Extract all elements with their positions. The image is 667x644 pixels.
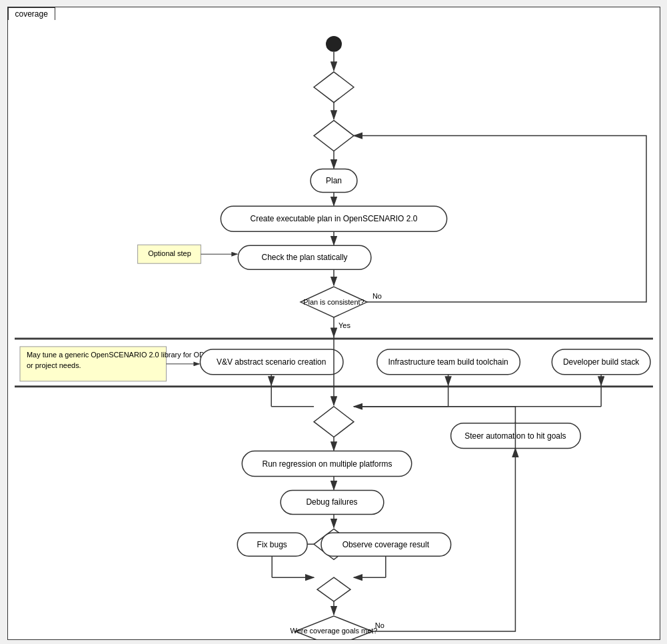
coverage-goals-label: Were coverage goals met? [290, 627, 377, 635]
diamond-top [314, 72, 354, 103]
diagram-container: coverage Plan Create executable plan in … [7, 7, 660, 640]
may-tune-text1: May tune a generic OpenSCENARIO 2.0 libr… [26, 351, 209, 359]
no-label-plan: No [372, 292, 381, 300]
check-plan-label: Check the plan statically [261, 253, 347, 262]
yes-label-plan: Yes [338, 321, 350, 329]
initial-state [326, 36, 342, 52]
infra-team-label: Infrastructure team build toolchain [388, 357, 508, 367]
plan-label: Plan [326, 176, 342, 185]
observe-coverage-label: Observe coverage result [342, 540, 429, 549]
plan-consistent-label: Plan is consistent? [303, 298, 364, 306]
no-coverage-goals: No [374, 621, 384, 629]
dev-build-label: Developer build stack [562, 357, 638, 367]
run-regression-label: Run regression on multiple platforms [262, 459, 392, 469]
optional-step-label: Optional step [148, 249, 191, 257]
create-plan-label: Create executable plan in OpenSCENARIO 2… [250, 214, 417, 223]
merge-diamond [317, 577, 350, 601]
fix-bugs-label: Fix bugs [257, 540, 287, 549]
diamond-second [314, 121, 354, 151]
diamond-after-swimlane [314, 407, 354, 437]
vv-abstract-label: V&V abstract scenario creation [217, 357, 326, 367]
may-tune-text2: or project needs. [26, 361, 81, 369]
debug-failures-label: Debug failures [306, 497, 357, 507]
